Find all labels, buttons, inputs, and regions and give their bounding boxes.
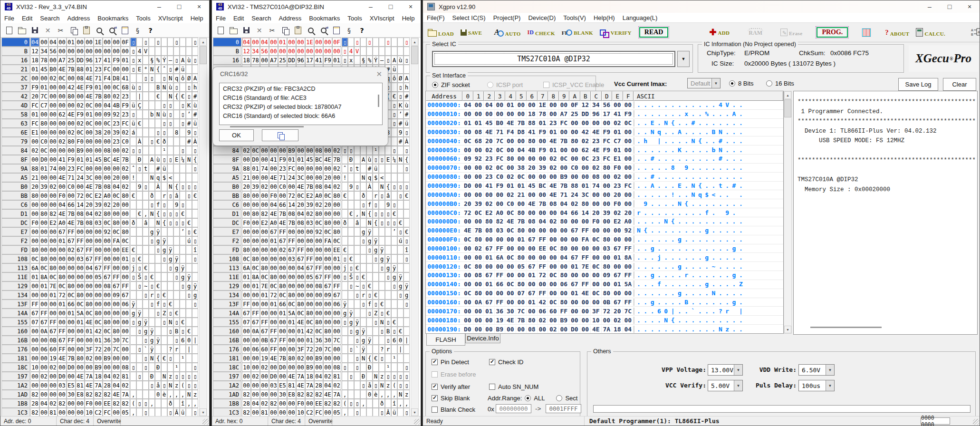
hex-byte-cell[interactable]: 4E (67, 110, 76, 119)
ascii-char-cell[interactable]: z (167, 372, 173, 381)
hex-byte-cell[interactable]: 00 (314, 363, 323, 372)
address-cell[interactable]: A5 (1, 173, 30, 182)
hex-byte-cell[interactable]: 67 (287, 245, 296, 254)
save-log-button[interactable]: Save Log (898, 78, 938, 91)
hex-byte-cell[interactable]: 02 (121, 381, 130, 390)
ascii-char-cell[interactable]: ! (342, 173, 348, 182)
buffer-row[interactable]: 00000100:000267FF000000EE0C800000000367F… (426, 244, 783, 253)
ascii-char-cell[interactable]: € (342, 245, 348, 254)
hex-byte-cell[interactable]: 00 (48, 128, 58, 137)
hex-byte-cell[interactable]: 02 (332, 146, 341, 155)
ascii-char-cell[interactable]: ▯ (186, 381, 192, 390)
ascii-char-cell[interactable]: ‚ (192, 399, 198, 408)
ascii-char-cell[interactable]: g (354, 327, 360, 336)
hex-byte-cell[interactable]: 00 (67, 47, 76, 56)
ascii-char-cell[interactable]: # (186, 119, 192, 128)
hex-byte-cell[interactable]: 01 (30, 272, 39, 281)
hex-byte-cell[interactable]: 67 (260, 327, 269, 336)
ascii-char-cell[interactable]: ▯ (397, 182, 404, 191)
hex-byte-cell[interactable]: 0C (251, 263, 260, 272)
hex-byte-cell[interactable]: 01 (94, 336, 103, 345)
ascii-char-cell[interactable]: ▯ (173, 83, 180, 92)
menu-helph[interactable]: Help(H) (590, 13, 619, 22)
hex-byte-cell[interactable]: A0 (103, 191, 112, 200)
ascii-char-cell[interactable]: { (173, 92, 180, 101)
hex-byte-cell[interactable]: FF (251, 309, 260, 318)
verify-button[interactable]: VERIFY (600, 29, 632, 36)
hex-byte-cell[interactable]: 80 (103, 318, 112, 327)
ascii-char-cell[interactable] (130, 336, 136, 345)
ascii-char-cell[interactable] (143, 309, 149, 318)
hex-byte-cell[interactable]: 0C (85, 309, 94, 318)
hex-byte-cell[interactable]: 00 (85, 47, 94, 56)
range-sect-radio[interactable] (556, 395, 562, 401)
hex-byte-cell[interactable]: 05 (332, 408, 341, 416)
check-id-checkbox[interactable]: Check ID (489, 358, 523, 366)
address-cell[interactable]: B0 (213, 182, 241, 191)
hex-byte-cell[interactable]: 5A (287, 309, 296, 318)
ascii-char-cell[interactable]: Â (173, 408, 180, 416)
hex-byte-cell[interactable]: FC (30, 119, 39, 128)
ascii-char-cell[interactable] (391, 309, 397, 318)
ascii-char-cell[interactable] (149, 263, 155, 272)
ascii-char-cell[interactable] (143, 372, 149, 381)
hex-byte-cell[interactable]: 4E (58, 173, 67, 182)
ascii-char-cell[interactable]: { (192, 155, 198, 164)
hex-byte-cell[interactable]: 01 (39, 83, 48, 92)
hex-byte-cell[interactable]: 23 (121, 92, 130, 101)
hex-byte-cell[interactable]: D0 (269, 372, 278, 381)
hex-byte-cell[interactable]: 00 (269, 245, 278, 254)
ascii-char-cell[interactable] (130, 74, 136, 83)
hex-byte-cell[interactable]: 01 (287, 318, 296, 327)
hex-byte-cell[interactable]: 00 (278, 345, 287, 354)
hex-byte-cell[interactable]: 01 (85, 65, 94, 74)
ascii-char-cell[interactable]: ð (149, 191, 155, 200)
address-cell[interactable]: 181 (1, 354, 30, 363)
hex-byte-cell[interactable]: 39 (39, 182, 48, 191)
address-cell[interactable]: E7 (1, 227, 30, 236)
ascii-char-cell[interactable]: # (404, 92, 410, 101)
hex-byte-cell[interactable]: 00 (287, 227, 296, 236)
hex-byte-cell[interactable]: 60 (260, 345, 269, 354)
ascii-char-cell[interactable]: Š (136, 272, 143, 281)
ascii-char-cell[interactable]: ▯ (373, 155, 379, 164)
hex-byte-cell[interactable]: 0C (58, 281, 67, 290)
hex-byte-cell[interactable]: 00 (103, 254, 112, 263)
hex-byte-cell[interactable]: 00 (94, 281, 103, 290)
hex-byte-cell[interactable]: F9 (121, 101, 130, 110)
hex-byte-cell[interactable]: 0C (39, 263, 48, 272)
ascii-char-cell[interactable]: ▯ (167, 354, 173, 363)
hex-byte-cell[interactable]: 00 (332, 263, 341, 272)
hex-byte-cell[interactable]: 7B (67, 65, 76, 74)
hex-byte-cell[interactable]: 39 (112, 128, 121, 137)
hex-byte-cell[interactable]: 00 (48, 200, 58, 209)
ascii-char-cell[interactable]: ÿ (149, 327, 155, 336)
ascii-char-cell[interactable] (373, 47, 379, 56)
hex-byte-cell[interactable]: 30 (67, 390, 76, 399)
hex-byte-cell[interactable]: E5 (67, 381, 76, 390)
hex-byte-cell[interactable]: 01 (58, 300, 67, 309)
ascii-char-cell[interactable] (167, 290, 173, 300)
ascii-char-cell[interactable] (397, 309, 404, 318)
ascii-char-cell[interactable]: ▯ (404, 146, 410, 155)
hex-byte-cell[interactable]: 00 (251, 381, 260, 390)
hex-byte-cell[interactable]: 7A (305, 381, 314, 390)
hex-byte-cell[interactable]: D0 (39, 155, 48, 164)
ascii-char-cell[interactable]: ▯ (143, 74, 149, 83)
hex-byte-cell[interactable]: 00 (287, 47, 296, 56)
ascii-char-cell[interactable]: ▯ (186, 290, 192, 300)
ascii-char-cell[interactable] (136, 390, 143, 399)
ascii-char-cell[interactable] (149, 164, 155, 173)
address-cell[interactable]: BB (213, 191, 241, 200)
ascii-char-cell[interactable] (385, 399, 391, 408)
ascii-char-cell[interactable]: ð (360, 191, 366, 200)
hex-byte-cell[interactable]: 00 (121, 173, 130, 182)
ascii-char-cell[interactable]: ▯ (397, 227, 404, 236)
ascii-char-cell[interactable]: g (373, 245, 379, 254)
hex-byte-cell[interactable]: 00 (67, 372, 76, 381)
ascii-char-cell[interactable]: ▯ (149, 236, 155, 245)
pin-detect-checkbox[interactable]: Pin Detect (432, 358, 469, 366)
ascii-char-cell[interactable] (149, 182, 155, 191)
hex-byte-cell[interactable]: F9 (67, 155, 76, 164)
hex-byte-cell[interactable]: 00 (260, 390, 269, 399)
